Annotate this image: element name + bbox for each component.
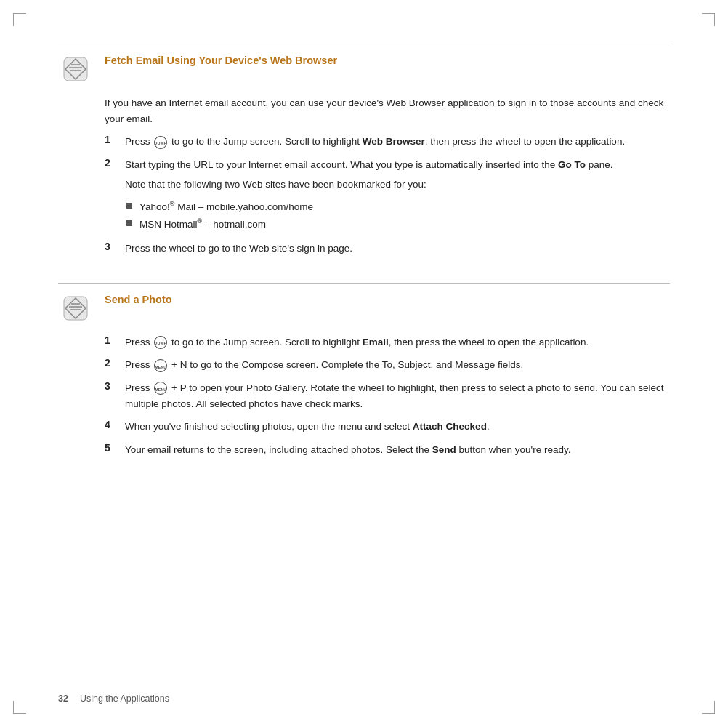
step-text: Press + N to go to the Compose screen. C… [125,357,523,373]
section1-step1: 1 Press to go to the Jump screen. Scroll… [105,134,670,150]
step-num: 1 [105,334,125,346]
footer-label: Using the Applications [80,694,169,704]
bullet-icon [126,203,132,209]
section2-step4: 4 When you've finished selecting photos,… [105,419,670,435]
section2-step5: 5 Your email returns to the screen, incl… [105,442,670,458]
list-item-text: Yahoo!® Mail – mobile.yahoo.com/home [139,198,313,214]
section2-step1: 1 Press to go to the Jump screen. Scroll… [105,334,670,350]
list-item: MSN Hotmail® – hotmail.com [126,216,613,232]
step-num: 3 [105,241,125,252]
section1-title: Fetch Email Using Your Device's Web Brow… [105,55,337,66]
section2-title-block: Send a Photo [105,294,172,310]
step-num: 2 [105,157,125,169]
section1-icon [58,52,93,87]
section1-steps: 1 Press to go to the Jump screen. Scroll… [105,134,670,257]
page-number: 32 [58,694,68,704]
bullet-icon [126,220,132,226]
step-text: Press to go to the Jump screen. Scroll t… [125,134,625,150]
menu-button-icon [154,359,167,372]
section2-title: Send a Photo [105,294,172,305]
step-text: Start typing the URL to your Internet em… [125,157,613,233]
list-item-text: MSN Hotmail® – hotmail.com [139,216,266,232]
corner-mark-tl [13,13,26,26]
step-num: 3 [105,380,125,392]
page: Fetch Email Using Your Device's Web Brow… [0,0,728,727]
step-num: 2 [105,357,125,369]
sub-list: Yahoo!® Mail – mobile.yahoo.com/home MSN… [126,198,613,232]
corner-mark-tr [702,13,715,26]
section2-icon [58,291,93,326]
corner-mark-bl [13,701,26,714]
step-num: 5 [105,442,125,454]
section1-header: Fetch Email Using Your Device's Web Brow… [58,44,670,87]
step-num: 1 [105,134,125,145]
section1-intro: If you have an Internet email account, y… [105,95,670,126]
step-text: Press to go to the Jump screen. Scroll t… [125,334,589,350]
jump-button-icon [154,136,167,149]
menu-button-icon [154,382,167,395]
section2-step2: 2 Press + N to go to the Compose screen.… [105,357,670,373]
step-text: Press the wheel to go to the Web site's … [125,241,352,257]
step-text: When you've finished selecting photos, o… [125,419,490,435]
step-num: 4 [105,419,125,430]
section1-step3: 3 Press the wheel to go to the Web site'… [105,241,670,257]
svg-rect-5 [64,297,87,320]
section-send-photo: Send a Photo 1 Press to go to the Jump s… [58,283,670,458]
section2-step3: 3 Press + P to open your Photo Gallery. … [105,380,670,411]
corner-mark-br [702,701,715,714]
page-footer: 32 Using the Applications [58,694,169,704]
jump-button-icon [154,336,167,349]
section1-title-block: Fetch Email Using Your Device's Web Brow… [105,55,337,71]
list-item: Yahoo!® Mail – mobile.yahoo.com/home [126,198,613,214]
section2-header: Send a Photo [58,283,670,326]
section-fetch-email: Fetch Email Using Your Device's Web Brow… [58,44,670,257]
section1-step2: 2 Start typing the URL to your Internet … [105,157,670,233]
section2-steps: 1 Press to go to the Jump screen. Scroll… [105,334,670,458]
svg-rect-0 [64,57,87,81]
step-text: Your email returns to the screen, includ… [125,442,570,458]
note-block: Note that the following two Web sites ha… [125,177,613,193]
step-text: Press + P to open your Photo Gallery. Ro… [125,380,670,411]
